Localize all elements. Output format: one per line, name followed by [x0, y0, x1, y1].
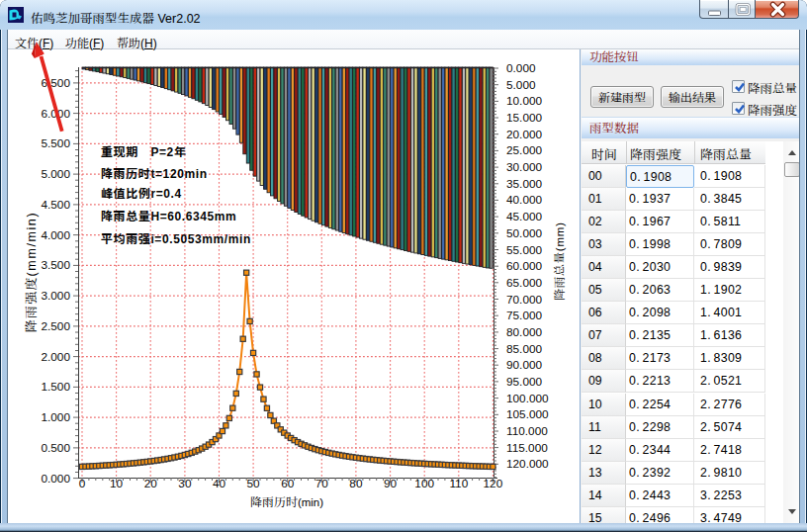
svg-text:5.500: 5.500: [41, 136, 70, 150]
svg-text:95.000: 95.000: [506, 375, 543, 389]
svg-text:0.500: 0.500: [41, 441, 70, 455]
svg-text:降雨历时(min): 降雨历时(min): [250, 492, 323, 509]
svg-text:50.000: 50.000: [506, 226, 543, 240]
svg-text:1.500: 1.500: [41, 380, 70, 394]
svg-text:30.000: 30.000: [506, 160, 543, 174]
svg-text:1.000: 1.000: [41, 410, 70, 424]
svg-text:3.000: 3.000: [41, 289, 70, 303]
svg-text:55.000: 55.000: [506, 243, 543, 257]
svg-text:40.000: 40.000: [506, 193, 543, 207]
svg-text:40: 40: [213, 477, 226, 490]
svg-text:80: 80: [349, 477, 363, 490]
svg-text:115.000: 115.000: [506, 441, 548, 455]
svg-text:65.000: 65.000: [506, 276, 543, 290]
svg-text:45.000: 45.000: [506, 210, 543, 223]
svg-text:90: 90: [384, 477, 398, 490]
svg-text:120: 120: [484, 477, 503, 490]
svg-text:6.500: 6.500: [41, 76, 70, 90]
svg-text:110: 110: [449, 477, 468, 490]
svg-text:10: 10: [110, 477, 124, 490]
svg-text:30: 30: [178, 477, 192, 490]
svg-text:60.000: 60.000: [506, 259, 543, 273]
svg-text:平均雨强i=0.5053mm/min: 平均雨强i=0.5053mm/min: [101, 229, 251, 246]
svg-text:80.000: 80.000: [506, 325, 543, 339]
svg-text:10.000: 10.000: [506, 94, 543, 108]
svg-text:5.000: 5.000: [41, 167, 70, 181]
svg-text:重现期 P=2年: 重现期 P=2年: [101, 142, 187, 159]
svg-text:15.000: 15.000: [506, 111, 543, 125]
svg-text:0.000: 0.000: [506, 61, 536, 75]
svg-text:60: 60: [281, 477, 295, 490]
svg-text:75.000: 75.000: [506, 309, 543, 322]
svg-text:70: 70: [315, 477, 329, 490]
svg-text:5.000: 5.000: [506, 78, 536, 92]
svg-text:降雨历时t=120min: 降雨历时t=120min: [101, 164, 208, 181]
svg-text:3.500: 3.500: [41, 258, 70, 272]
svg-text:0: 0: [79, 477, 86, 490]
svg-text:105.000: 105.000: [506, 407, 549, 421]
svg-text:4.000: 4.000: [41, 228, 70, 242]
svg-text:110.000: 110.000: [506, 424, 548, 438]
svg-text:100: 100: [414, 477, 434, 490]
svg-text:6.000: 6.000: [41, 107, 70, 121]
svg-text:120.000: 120.000: [506, 457, 549, 471]
svg-text:35.000: 35.000: [506, 177, 543, 191]
svg-text:25.000: 25.000: [506, 143, 543, 157]
svg-text:2.500: 2.500: [41, 319, 70, 333]
svg-text:2.000: 2.000: [41, 350, 70, 364]
svg-text:峰值比例r=0.4: 峰值比例r=0.4: [101, 184, 182, 201]
svg-text:70.000: 70.000: [506, 293, 543, 307]
svg-text:降雨总量H=60.6345mm: 降雨总量H=60.6345mm: [101, 207, 236, 223]
svg-text:100.000: 100.000: [506, 392, 549, 405]
svg-text:降雨强度(mm/min): 降雨强度(mm/min): [21, 212, 40, 332]
svg-text:0.000: 0.000: [41, 472, 70, 486]
svg-text:4.500: 4.500: [41, 198, 70, 212]
svg-text:20: 20: [144, 477, 158, 490]
svg-text:20.000: 20.000: [506, 128, 543, 141]
svg-text:50: 50: [247, 477, 261, 490]
svg-text:85.000: 85.000: [506, 342, 543, 356]
svg-text:降雨总量(mm): 降雨总量(mm): [550, 222, 567, 301]
svg-text:90.000: 90.000: [506, 358, 543, 372]
